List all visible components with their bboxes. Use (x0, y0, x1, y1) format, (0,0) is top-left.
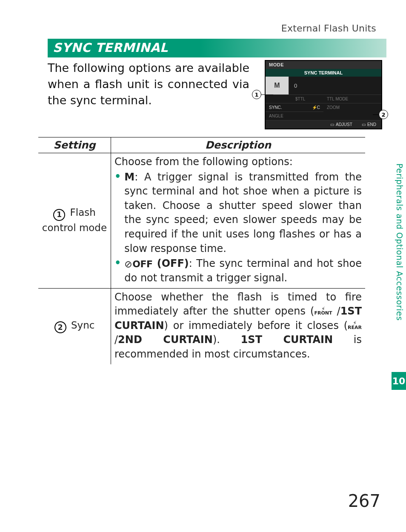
chapter-side-tab: Peripherals and Optional Accessories 10 (393, 163, 406, 402)
circled-1-icon: 1 (53, 209, 65, 221)
lcd-adjust: ▭ ADJUST (330, 122, 352, 127)
desc-sync: Choose whether the flash is timed to fir… (111, 288, 366, 364)
chapter-label: Peripherals and Optional Accessories (395, 163, 404, 368)
callout-2-num: 2 (379, 110, 388, 119)
section-heading: SYNC TERMINAL (48, 39, 386, 57)
bullet-dot-icon: • (114, 257, 121, 285)
setting-sync: 2 Sync (38, 288, 111, 364)
bullet-m: • M: A trigger signal is transmitted fro… (114, 170, 362, 256)
off-label: (OFF) (153, 257, 189, 269)
table-row: 1 Flash control mode Choose from the fol… (38, 153, 365, 289)
second-curtain-label: 2ND CURTAIN (118, 334, 213, 346)
bullet-off-text: OFF (OFF): The sync terminal and hot sho… (124, 257, 362, 285)
bullet-m-text: M: A trigger signal is transmitted from … (124, 170, 362, 256)
page-number: 267 (348, 491, 380, 511)
settings-table: Setting Description 1 Flash control mode… (38, 137, 365, 364)
rear-curtain-icon: REAR (348, 321, 362, 329)
lcd-screen: MODE SYNC TERMINAL M 0 TTL MODE SYNC. ⚡C… (265, 60, 382, 129)
table-row: 2 Sync Choose whether the flash is timed… (38, 288, 365, 364)
lcd-end: ▭ END (362, 122, 376, 127)
callout-1-num: 1 (252, 90, 261, 99)
lcd-grid: TTL MODE SYNC. ⚡C $TTL ZOOM ANGLE (266, 94, 381, 120)
callout-1-line (261, 94, 273, 95)
desc-lead: Choose from the following options: (114, 155, 362, 169)
lcd-footer: ▭ ADJUST ▭ END (266, 120, 381, 129)
setting-label: Sync (71, 320, 94, 331)
lcd-title: SYNC TERMINAL (266, 69, 381, 77)
callout-2-line (373, 114, 379, 115)
intro-row: The following options are available when… (48, 60, 386, 129)
desc-flash-control: Choose from the following options: • M: … (111, 153, 366, 289)
intro-text: The following options are available when… (48, 60, 249, 108)
m-label: M (124, 171, 134, 183)
th-setting: Setting (38, 137, 111, 153)
manual-page: External Flash Units SYNC TERMINAL The f… (0, 0, 406, 532)
lcd-sync-icon: ⚡C (312, 105, 320, 110)
flash-off-icon: OFF (124, 258, 152, 271)
lcd-value-row: M 0 (266, 77, 381, 94)
front-curtain-icon: FRONT (314, 307, 332, 315)
setting-flash-control: 1 Flash control mode (38, 153, 111, 289)
lcd-ttl-mode: TTL MODE (323, 94, 381, 103)
bullet-off: • OFF (OFF): The sync terminal and hot s… (114, 257, 362, 285)
recommend-label: 1ST CURTAIN (241, 334, 333, 346)
breadcrumb: External Flash Units (0, 23, 406, 39)
callout-2: 2 (373, 110, 388, 119)
lcd-diagram: MODE SYNC TERMINAL M 0 TTL MODE SYNC. ⚡C… (254, 60, 386, 129)
circled-2-icon: 2 (54, 321, 66, 333)
lcd-mode-label: MODE (266, 61, 381, 69)
lcd-angle: ANGLE (266, 112, 323, 120)
callout-1: 1 (252, 90, 273, 99)
setting-label: Flash control mode (42, 207, 107, 233)
lcd-ttl-value: $TTL (266, 94, 323, 103)
lcd-mode-value: 0 (289, 77, 381, 94)
chapter-number: 10 (392, 372, 406, 390)
bullet-dot-icon: • (114, 170, 121, 256)
th-description: Description (111, 137, 366, 153)
lcd-sync: SYNC. ⚡C (266, 103, 323, 112)
